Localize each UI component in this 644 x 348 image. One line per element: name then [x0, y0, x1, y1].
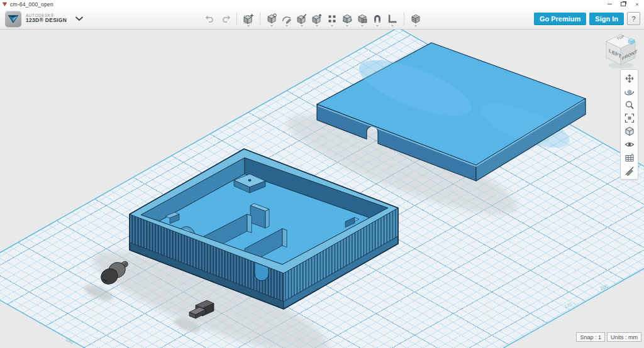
- app-icon: [2, 1, 8, 7]
- close-button[interactable]: ×: [630, 1, 644, 8]
- tool-snap-button[interactable]: [370, 11, 385, 27]
- grid-toggle-button[interactable]: [623, 151, 636, 164]
- app-menu-chevron-icon[interactable]: [75, 16, 83, 21]
- tool-combine-button[interactable]: [355, 11, 370, 27]
- pan-button[interactable]: [623, 72, 636, 85]
- snap-setting[interactable]: Snap : 1: [576, 332, 605, 342]
- tool-modify-button[interactable]: [309, 11, 325, 27]
- ruler-icon: [387, 13, 398, 24]
- undo-button[interactable]: [203, 11, 218, 27]
- zoom-button[interactable]: [623, 98, 636, 111]
- primitives-icon: [266, 13, 277, 24]
- 3d-viewport[interactable]: 170 180 170 200: [0, 29, 644, 348]
- orbit-button[interactable]: [623, 85, 636, 98]
- redo-icon: [220, 13, 231, 24]
- restore-button[interactable]: [616, 1, 630, 8]
- units-setting[interactable]: Units : mm: [607, 332, 641, 342]
- model-scene: [0, 29, 644, 348]
- tool-ruler-button[interactable]: [385, 11, 400, 27]
- insert-primitive-button[interactable]: [241, 11, 256, 27]
- hide-sketches-button[interactable]: [623, 164, 636, 177]
- view-faces-button[interactable]: [623, 124, 636, 138]
- main-toolbar: AUTODESK® 123D® DESIGN: [0, 8, 644, 30]
- sign-in-button[interactable]: Sign In: [589, 13, 624, 25]
- redo-button[interactable]: [218, 11, 233, 27]
- window-title: cm-64_000_open: [10, 1, 53, 8]
- tool-grouping-button[interactable]: [340, 11, 355, 27]
- construct-icon: [296, 13, 308, 24]
- help-button[interactable]: ?: [627, 12, 640, 25]
- pattern-icon: [326, 13, 338, 24]
- combine-icon: [357, 13, 368, 24]
- sketch-icon: [281, 13, 292, 24]
- materials-icon: [410, 13, 421, 24]
- status-bar: Snap : 1 Units : mm: [576, 332, 641, 342]
- grouping-icon: [341, 13, 353, 24]
- undo-icon: [205, 13, 216, 24]
- tool-pattern-button[interactable]: [325, 11, 340, 27]
- visibility-button[interactable]: [623, 138, 636, 151]
- minimize-button[interactable]: [602, 1, 616, 8]
- tool-sketch-button[interactable]: [279, 11, 294, 27]
- brand-product: 123D® DESIGN: [26, 18, 67, 23]
- modify-icon: [311, 13, 323, 24]
- tool-primitives-button[interactable]: [264, 11, 279, 27]
- logo-triangle-icon: [7, 13, 19, 24]
- view-toolbar: [620, 69, 638, 180]
- app-logo[interactable]: [5, 11, 21, 27]
- tool-construct-button[interactable]: [294, 11, 309, 27]
- snap-icon: [372, 13, 383, 24]
- brand-text: AUTODESK® 123D® DESIGN: [26, 14, 67, 24]
- view-cube[interactable]: LEFT FRONT TOP: [604, 33, 640, 70]
- go-premium-button[interactable]: Go Premium: [534, 13, 586, 25]
- tool-materials-button[interactable]: [408, 11, 423, 27]
- title-bar: cm-64_000_open ×: [0, 0, 644, 8]
- fit-button[interactable]: [623, 111, 636, 124]
- insert-primitive-icon: [243, 13, 254, 24]
